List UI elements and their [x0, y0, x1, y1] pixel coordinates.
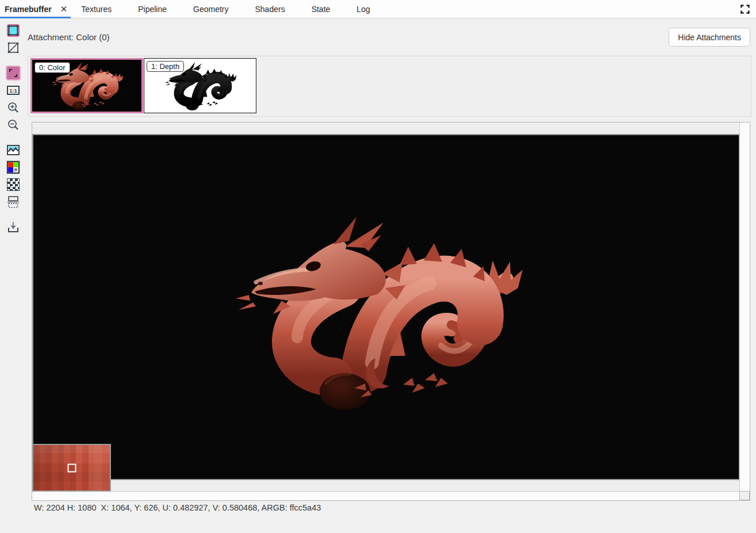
attachments-strip: 0: Color 1: Depth: [28, 56, 751, 117]
magnifier-center-pixel: [67, 463, 76, 472]
attachment-badge-depth: 1: Depth: [147, 61, 184, 72]
image-view-icon[interactable]: [6, 143, 21, 158]
attachment-badge-color: 0: Color: [34, 62, 70, 73]
no-blend-icon[interactable]: [6, 40, 21, 55]
vertical-scrollbar[interactable]: [739, 122, 750, 492]
attachment-thumbnail-color[interactable]: 0: Color: [30, 58, 143, 113]
fullscreen-icon[interactable]: [740, 5, 750, 14]
alpha-checkerboard-icon[interactable]: [6, 177, 21, 192]
tab-log[interactable]: Log: [356, 5, 370, 14]
tab-framebuffer-label: Framebuffer: [5, 5, 52, 14]
save-image-icon[interactable]: [6, 220, 21, 235]
dragon-render: [227, 208, 526, 415]
pixel-magnifier: [32, 444, 111, 492]
pixel-status-readout: W: 2204 H: 1080 X: 1064, Y: 626, U: 0.48…: [34, 503, 321, 512]
zoom-in-icon[interactable]: [6, 100, 21, 115]
active-tab-underline: [0, 17, 71, 18]
tab-geometry[interactable]: Geometry: [193, 5, 228, 14]
close-tab-icon[interactable]: ✕: [60, 5, 68, 13]
tab-framebuffer[interactable]: Framebuffer ✕: [0, 0, 75, 18]
scrollbar-corner: [739, 491, 750, 500]
svg-text:a: a: [15, 168, 17, 171]
flip-vertical-icon[interactable]: [6, 194, 21, 209]
attachment-thumbnail-depth[interactable]: 1: Depth: [144, 58, 256, 113]
svg-text:1:1: 1:1: [9, 87, 17, 94]
fit-to-window-button[interactable]: [6, 66, 21, 80]
framebuffer-image[interactable]: [32, 134, 740, 480]
tab-shaders[interactable]: Shaders: [255, 5, 285, 14]
attachment-label: Attachment: Color (0): [28, 32, 110, 42]
image-toolbar: 1:1: [0, 22, 26, 236]
app-window: Framebuffer ✕ Textures Pipeline Geometry…: [0, 0, 756, 533]
one-to-one-zoom-icon[interactable]: 1:1: [6, 83, 21, 98]
tab-textures[interactable]: Textures: [81, 5, 112, 14]
zoom-out-icon[interactable]: [6, 117, 21, 132]
tab-bar: Framebuffer ✕ Textures Pipeline Geometry…: [0, 0, 756, 18]
horizontal-scrollbar[interactable]: [32, 491, 740, 500]
framebuffer-viewport: [32, 122, 750, 501]
rgba-channels-icon[interactable]: a: [6, 160, 21, 175]
texture-border-icon[interactable]: [6, 23, 21, 38]
tab-pipeline[interactable]: Pipeline: [138, 5, 167, 14]
tab-state[interactable]: State: [312, 5, 331, 14]
hide-attachments-button[interactable]: Hide Attachments: [669, 28, 750, 47]
